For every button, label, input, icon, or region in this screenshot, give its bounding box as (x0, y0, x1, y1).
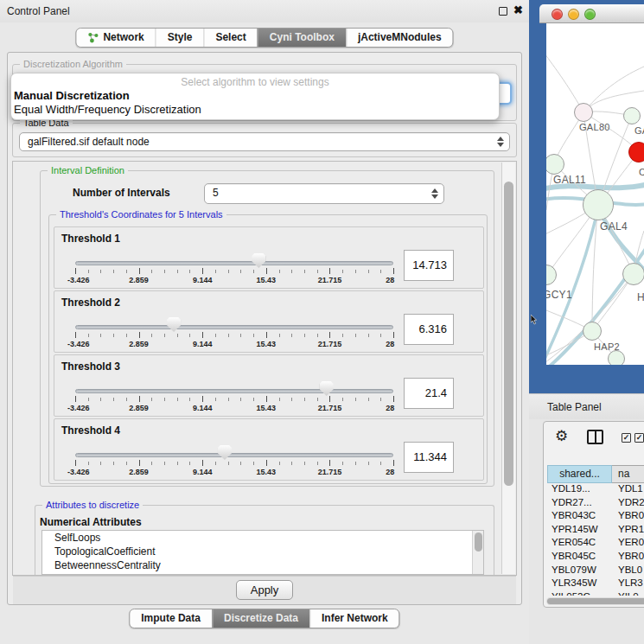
number-of-intervals-label: Number of Intervals (73, 187, 170, 199)
intervals-value: 5 (213, 187, 219, 199)
gear-icon[interactable]: ⚙ (555, 427, 568, 445)
top-tab-bar: Network Style Select Cyni Toolbox jActiv… (75, 28, 453, 48)
network-node-selected[interactable] (628, 142, 644, 163)
table-row[interactable]: YLR345WYLR3 (547, 577, 644, 591)
network-window-titlebar[interactable] (539, 4, 644, 23)
threshold-3-value-field[interactable]: 21.4 (404, 378, 454, 409)
dropdown-option-manual[interactable]: Manual Discretization (14, 89, 130, 102)
tab-discretize-data[interactable]: Discretize Data (212, 609, 309, 628)
slider-track[interactable] (75, 261, 393, 265)
group-title: Interval Definition (48, 165, 128, 175)
threshold-3-slider[interactable]: -3.4262.8599.14415.4321.71528 (75, 355, 393, 416)
slider-thumb[interactable] (218, 445, 232, 460)
threshold-1-value-field[interactable]: 14.713 (404, 250, 454, 281)
network-node[interactable] (583, 189, 614, 220)
float-window-icon[interactable] (499, 7, 507, 16)
number-of-intervals-combobox[interactable]: 5 (204, 183, 444, 204)
threshold-2-value-field[interactable]: 6.316 (404, 314, 454, 345)
tab-select[interactable]: Select (203, 29, 257, 47)
list-item[interactable]: TopologicalCoefficient (42, 545, 483, 558)
control-panel-header: Control Panel ✖ (0, 0, 529, 22)
scrollbar-thumb[interactable] (547, 598, 644, 604)
horizontal-scrollbar[interactable] (546, 597, 644, 605)
tab-cyni-toolbox[interactable]: Cyni Toolbox (258, 29, 346, 47)
slider-track[interactable] (75, 325, 393, 329)
slider-track[interactable] (75, 389, 393, 393)
network-canvas[interactable]: GAL80 GA C GAL11 GAL4 GCY1 H HAP2 (546, 23, 644, 365)
zoom-traffic-light-icon[interactable] (584, 9, 596, 20)
threshold-3-panel: Threshold 3 -3.4262.8599.14415.4321.7152… (54, 354, 484, 417)
table-panel-title: Table Panel (547, 401, 602, 413)
slider-thumb[interactable] (320, 381, 334, 396)
right-side-region: GAL80 GA C GAL11 GAL4 GCY1 H HAP2 Table … (529, 0, 644, 644)
table-row[interactable]: YPR145WYPR1 (547, 524, 644, 538)
group-title: Discretization Algorithm (20, 59, 126, 69)
table-row[interactable]: YBR045CYBR0 (547, 551, 644, 564)
threshold-1-slider[interactable]: -3.4262.8599.14415.4321.71528 (75, 227, 393, 288)
node-label: GAL4 (600, 220, 628, 233)
slider-track[interactable] (75, 453, 393, 457)
table-row[interactable]: YDL19...YDL1 (547, 483, 644, 497)
tab-infer-network[interactable]: Infer Network (309, 609, 399, 628)
table-data-combobox[interactable]: galFiltered.sif default node (19, 132, 510, 151)
node-label: GA (634, 125, 644, 136)
scrollbar-thumb[interactable] (504, 182, 513, 486)
slider-scale-labels: -3.4262.8599.14415.4321.71528 (75, 276, 393, 285)
checkbox-icon[interactable]: ✓ (622, 433, 631, 443)
threshold-2-slider[interactable]: -3.4262.8599.14415.4321.71528 (75, 291, 393, 352)
table-panel-header: Table Panel (529, 393, 644, 419)
node-label: C (639, 167, 644, 177)
slider-major-ticks (75, 268, 394, 274)
minimize-traffic-light-icon[interactable] (568, 9, 579, 20)
bottom-tab-bar: Impute Data Discretize Data Infer Networ… (129, 609, 399, 628)
apply-button[interactable]: Apply (236, 580, 293, 600)
threshold-4-panel: Threshold 4 -3.4262.8599.14415.4321.7152… (54, 418, 484, 481)
slider-thumb[interactable] (252, 253, 265, 268)
close-icon[interactable]: ✖ (513, 3, 523, 16)
table-row[interactable]: YIL052CYIL0 (547, 591, 644, 596)
tab-jactivemnodules[interactable]: jActiveMNodules (346, 29, 453, 47)
table-row[interactable]: YER054CYER0 (547, 537, 644, 551)
list-item[interactable]: BetweennessCentrality (42, 558, 483, 572)
slider-scale-labels: -3.4262.8599.14415.4321.71528 (75, 468, 393, 477)
tab-impute-data[interactable]: Impute Data (130, 609, 212, 628)
node-label: H (637, 291, 644, 303)
group-title: Attributes to discretize (42, 500, 143, 510)
close-traffic-light-icon[interactable] (552, 9, 563, 20)
checkbox-icon[interactable]: ✓ (634, 433, 644, 443)
mouse-cursor (531, 315, 539, 325)
tab-style[interactable]: Style (156, 29, 204, 47)
column-header-name[interactable]: na (612, 465, 644, 483)
spinner-arrows-icon (430, 188, 438, 199)
node-label: GCY1 (546, 289, 572, 301)
threshold-4-slider[interactable]: -3.4262.8599.14415.4321.71528 (75, 419, 393, 480)
list-scrollbar[interactable] (472, 531, 483, 574)
network-node[interactable] (623, 107, 641, 124)
split-view-icon[interactable] (587, 430, 603, 444)
table-data-value: galFiltered.sif default node (28, 136, 150, 148)
network-node[interactable] (608, 350, 625, 365)
vertical-scrollbar[interactable] (501, 163, 515, 574)
column-header-shared[interactable]: shared... (547, 465, 612, 483)
tab-network-label: Network (103, 31, 143, 43)
slider-scale-labels: -3.4262.8599.14415.4321.71528 (75, 404, 393, 413)
threshold-4-value-field[interactable]: 11.344 (404, 442, 454, 473)
table-panel-card: ⚙ ✓ ✓ shared... na YDL19...YDL1 YDR27...… (543, 421, 644, 608)
network-node[interactable] (583, 322, 602, 341)
threshold-1-panel: Threshold 1 -3.4262.8599.14415.4321.7152… (54, 226, 484, 289)
dropdown-option-equal-width[interactable]: Equal Width/Frequency Discretization (14, 103, 201, 116)
slider-major-ticks (75, 460, 394, 466)
network-view-window[interactable]: GAL80 GA C GAL11 GAL4 GCY1 H HAP2 (529, 0, 644, 393)
table-row[interactable]: YBL079WYBL0 (547, 564, 644, 578)
group-title: Threshold's Coordinates for 5 Intervals (56, 209, 226, 220)
tab-network[interactable]: Network (76, 29, 155, 47)
network-node[interactable] (574, 103, 593, 122)
table-row[interactable]: YDR27...YDR2 (547, 497, 644, 511)
table-row[interactable]: YBR043CYBR0 (547, 510, 644, 524)
slider-scale-labels: -3.4262.8599.14415.4321.71528 (75, 340, 393, 349)
list-item[interactable]: SelfLoops (42, 531, 483, 545)
scrollbar-thumb[interactable] (475, 532, 482, 552)
slider-thumb[interactable] (167, 317, 181, 332)
algorithm-dropdown-popup: Select algorithm to view settings Manual… (10, 73, 500, 120)
network-node[interactable] (622, 263, 644, 285)
